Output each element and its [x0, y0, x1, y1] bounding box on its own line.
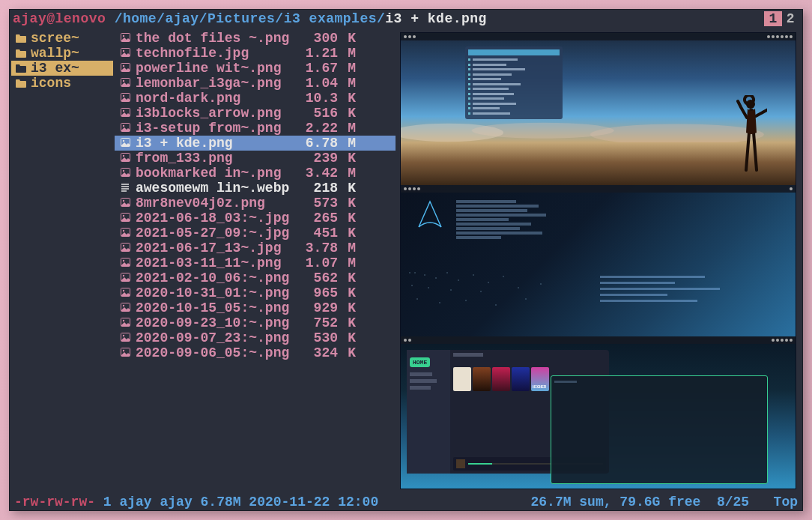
image-icon: [119, 91, 131, 106]
file-row[interactable]: 2020-09-06_05:~.png324K: [115, 345, 396, 360]
file-row[interactable]: from_133.png239K: [115, 151, 396, 166]
svg-point-1: [122, 35, 124, 37]
svg-point-41: [122, 320, 124, 321]
folder-icon: [16, 64, 26, 73]
svg-rect-51: [414, 272, 416, 273]
status-sum: 26.7M sum,: [530, 495, 611, 510]
path-directory: /home/ajay/Pictures/i3 examples/: [115, 11, 386, 26]
file-row[interactable]: 2021-06-18_03:~.jpg265K: [115, 211, 396, 226]
tab-bar: 12: [764, 11, 799, 26]
status-scroll: Top: [774, 495, 798, 510]
file-row[interactable]: bookmarked in~.png3.42M: [115, 166, 396, 181]
file-unit: M: [338, 256, 356, 270]
file-size: 752: [300, 315, 338, 330]
file-name: powerline wit~.png: [136, 61, 300, 76]
file-row[interactable]: i3-setup from~.png2.22M: [115, 121, 396, 136]
file-name: technofile.jpg: [136, 46, 300, 61]
file-name: i3blocks_arrow.png: [136, 106, 300, 121]
sidebar-item-scree[interactable]: scree~: [11, 31, 113, 46]
svg-point-3: [122, 50, 124, 52]
file-size: 451: [300, 226, 338, 241]
file-row[interactable]: 2021-05-27_09:~.jpg451K: [115, 226, 396, 241]
file-name: awesomewm lin~.webp: [136, 181, 300, 196]
file-unit: M: [338, 61, 356, 76]
file-size: 3.42: [300, 166, 338, 181]
file-row[interactable]: 2020-09-07_23:~.png530K: [115, 330, 396, 345]
svg-rect-60: [428, 287, 429, 288]
svg-rect-74: [600, 300, 697, 302]
preview-taskbar: [401, 33, 796, 40]
file-size: 1.67: [300, 61, 338, 76]
svg-rect-57: [488, 282, 489, 283]
file-name: the dot files ~.png: [136, 31, 300, 46]
file-row[interactable]: 8mr8nev04j0z.png573K: [115, 196, 396, 211]
file-row[interactable]: 2021-03-11_11~.png1.07M: [115, 256, 396, 270]
file-size: 965: [300, 285, 338, 300]
file-name: 2020-10-15_05:~.png: [136, 300, 300, 315]
sidebar-item-icons[interactable]: icons: [11, 76, 113, 91]
folder-icon: [16, 49, 26, 58]
file-row[interactable]: awesomewm lin~.webp218K: [115, 181, 396, 196]
file-name: i3-setup from~.png: [136, 121, 300, 136]
file-row[interactable]: 2020-10-15_05:~.png929K: [115, 300, 396, 315]
file-row[interactable]: 2020-10-31_01:~.png965K: [115, 285, 396, 300]
file-row[interactable]: technofile.jpg1.21M: [115, 46, 396, 61]
file-size: 1.07: [300, 256, 338, 270]
svg-point-19: [122, 170, 124, 172]
file-unit: K: [338, 315, 356, 330]
image-icon: [119, 121, 131, 136]
file-size: 6.78: [300, 136, 338, 151]
svg-point-27: [122, 215, 124, 217]
tab-1[interactable]: 1: [764, 11, 781, 26]
status-bar: -rw-rw-rw- 1 ajay ajay 6.78M 2020-11-22 …: [10, 494, 802, 510]
file-size: 2.22: [300, 121, 338, 136]
preview-taskbar-2: [401, 185, 796, 193]
file-row[interactable]: nord-dark.png10.3K: [115, 91, 396, 106]
image-icon: [119, 166, 131, 181]
svg-rect-50: [409, 272, 410, 273]
status-date: 2020-11-22: [249, 495, 330, 510]
svg-point-15: [122, 140, 124, 142]
file-row[interactable]: 2021-06-17_13~.jpg3.78M: [115, 241, 396, 256]
file-size: 324: [300, 345, 338, 360]
image-icon: [119, 315, 131, 330]
svg-point-29: [122, 230, 124, 232]
tab-2[interactable]: 2: [782, 11, 799, 26]
image-icon: [119, 345, 131, 360]
svg-rect-72: [600, 288, 720, 290]
preview-screenshot-1: [401, 33, 796, 185]
svg-rect-68: [495, 304, 497, 306]
file-size: 3.78: [300, 241, 338, 256]
svg-point-33: [122, 260, 124, 261]
file-unit: K: [338, 226, 356, 241]
file-row[interactable]: i3blocks_arrow.png516K: [115, 106, 396, 121]
file-unit: K: [338, 31, 356, 46]
file-row[interactable]: i3 + kde.png6.78M: [115, 136, 396, 151]
image-icon: [119, 61, 131, 76]
svg-rect-65: [416, 298, 418, 300]
svg-point-11: [122, 110, 124, 112]
file-size: 562: [300, 270, 338, 285]
file-row[interactable]: lemonbar_i3ga~.png1.04M: [115, 76, 396, 91]
svg-point-49: [746, 100, 755, 109]
svg-point-17: [122, 155, 124, 157]
file-row[interactable]: 2021-02-10_06:~.png562K: [115, 270, 396, 285]
svg-point-37: [122, 290, 124, 291]
file-row[interactable]: powerline wit~.png1.67M: [115, 61, 396, 76]
svg-rect-58: [503, 276, 504, 277]
svg-rect-53: [435, 277, 437, 279]
preview-child-silhouette: [736, 95, 767, 185]
directory-panel[interactable]: scree~wallp~i3 ex~icons: [10, 28, 115, 494]
preview-home-button: HOME: [410, 357, 430, 367]
dir-label: wallp~: [31, 46, 79, 61]
file-size: 300: [300, 31, 338, 46]
sidebar-item-wallp[interactable]: wallp~: [11, 46, 113, 61]
image-icon: [119, 226, 131, 241]
file-name: i3 + kde.png: [136, 136, 300, 151]
file-row[interactable]: 2020-09-23_10:~.png752K: [115, 315, 396, 330]
sidebar-item-i3ex[interactable]: i3 ex~: [11, 61, 113, 76]
svg-rect-69: [525, 298, 527, 300]
file-row[interactable]: the dot files ~.png300K: [115, 31, 396, 46]
file-size: 265: [300, 211, 338, 226]
file-panel[interactable]: the dot files ~.png300Ktechnofile.jpg1.2…: [115, 28, 396, 494]
